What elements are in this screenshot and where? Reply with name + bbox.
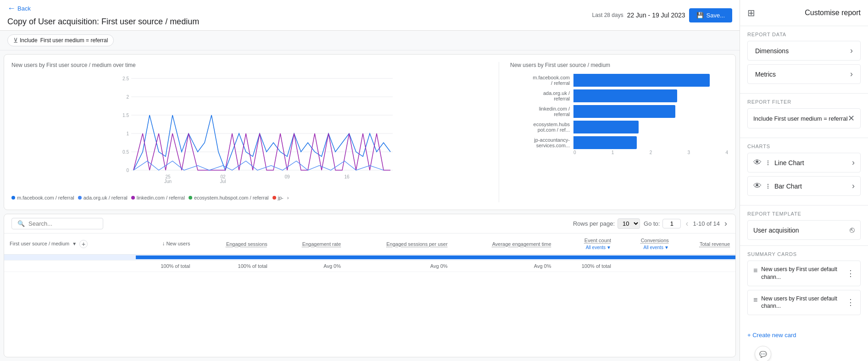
date-range-section: Last 28 days 22 Jun - 19 Jul 2023 💾 Save…	[592, 8, 732, 22]
legend-label-jp: jp-	[278, 195, 284, 200]
col-header-engaged-sessions: Engaged sessions	[195, 233, 273, 255]
svg-text:Jun: Jun	[164, 179, 172, 184]
back-button[interactable]: ← Back	[7, 4, 199, 13]
summary-dim	[4, 255, 136, 261]
conversions-dropdown[interactable]: All events ▼	[644, 244, 669, 250]
rows-per-page-label: Rows per page:	[573, 220, 615, 227]
line-chart-chevron-icon: ›	[852, 158, 855, 167]
summary-card-text-0: New users by First user default chann...	[761, 266, 846, 281]
bar-row-0: m.facebook.com/ referral	[510, 74, 728, 87]
summary-card-1: ≡ New users by First user default chann.…	[747, 290, 861, 316]
legend-item-ecosystem: ecosystem.hubspot.com / referral	[189, 195, 269, 200]
legend-more-button[interactable]: ›	[287, 195, 289, 200]
summary-card-menu-1[interactable]: ⋮	[846, 297, 855, 307]
pct-avg-time: Avg 0%	[453, 261, 557, 272]
col-header-conversions: Conversions All events ▼	[617, 233, 674, 255]
prev-page-button[interactable]: ‹	[684, 218, 689, 229]
filter-panel-text: Include First user medium = referral	[753, 115, 848, 122]
add-card-label: + Create new card	[747, 332, 796, 339]
summary-cards-section: SUMMARY CARDS ≡ New users by First user …	[740, 245, 868, 324]
summary-card-menu-0[interactable]: ⋮	[846, 268, 855, 278]
goto-input[interactable]	[662, 219, 681, 228]
axis-3: 3	[688, 150, 690, 155]
svg-text:0: 0	[126, 168, 129, 173]
axis-1: 1	[612, 150, 614, 155]
col-header-dimension: First user source / medium ▼ +	[4, 233, 136, 255]
filter-bar: ⊻ Include First user medium = referral	[0, 31, 740, 50]
eye-icon-line: 👁	[753, 158, 762, 167]
svg-text:1.5: 1.5	[122, 113, 129, 118]
legend-dot-ecosystem	[189, 196, 192, 200]
legend-item-linkedin: linkedin.com / referral	[131, 195, 185, 200]
card-lines-icon-0: ≡	[753, 267, 757, 275]
bar-track-4	[573, 136, 728, 149]
dimensions-chevron-icon: ›	[850, 46, 853, 56]
pct-new-users: 100% of total	[136, 261, 195, 272]
template-item: User acquisition ⎋	[747, 220, 861, 240]
search-icon: 🔍	[17, 220, 25, 227]
add-card-button[interactable]: + Create new card	[747, 328, 796, 342]
legend-dot-jp	[273, 196, 276, 200]
table-scroll: First user source / medium ▼ + ↓ New use…	[4, 233, 735, 357]
axis-2: 2	[650, 150, 652, 155]
save-label: Save...	[707, 12, 725, 19]
message-button[interactable]: 💬	[755, 346, 771, 361]
card-lines-icon-1: ≡	[753, 296, 757, 304]
line-chart-svg: 2.5 2 1.5 1 0.5 0 25 Jun 02 Jul 09 16	[11, 74, 499, 184]
bar-chart-panel-item[interactable]: 👁 ⫶ Bar Chart ›	[747, 176, 861, 196]
col-header-total-revenue: Total revenue	[674, 233, 735, 255]
charts-title: CHARTS	[747, 144, 861, 149]
dimensions-item[interactable]: Dimensions ›	[747, 41, 861, 61]
metrics-item[interactable]: Metrics ›	[747, 64, 861, 84]
dimensions-label: Dimensions	[755, 47, 789, 55]
line-chart-panel-item[interactable]: 👁 ⫶ Line Chart ›	[747, 153, 861, 172]
report-filter-title: REPORT FILTER	[747, 99, 861, 105]
legend-dot-facebook	[11, 196, 15, 200]
bar-chart-container: m.facebook.com/ referral ada.org.uk /ref…	[510, 74, 728, 149]
search-box[interactable]: 🔍	[11, 218, 103, 229]
save-button[interactable]: 💾 Save...	[689, 8, 732, 22]
bar-row-2: linkedin.com /referral	[510, 105, 728, 118]
next-page-button[interactable]: ›	[723, 218, 728, 229]
template-share-icon: ⎋	[850, 225, 855, 235]
bar-chart-area: m.facebook.com/ referral ada.org.uk /ref…	[510, 74, 728, 155]
legend-label-linkedin: linkedin.com / referral	[137, 195, 185, 200]
bar-row-3: ecosystem.hubspot.com / ref...	[510, 121, 728, 133]
table-section: 🔍 Rows per page: 10 25 50 Go to: ‹	[4, 214, 736, 357]
summary-card-left-1: ≡ New users by First user default chann.…	[753, 295, 846, 311]
filter-panel-item: Include First user medium = referral ✕	[747, 108, 861, 128]
rows-per-page-select[interactable]: 10 25 50	[618, 218, 640, 229]
table-header-row: First user source / medium ▼ + ↓ New use…	[4, 233, 735, 255]
search-input[interactable]	[28, 220, 97, 227]
line-chart-type-icon: ⫶	[766, 159, 770, 167]
summary-card-left-0: ≡ New users by First user default chann.…	[753, 266, 846, 281]
pct-events: 100% of total	[557, 261, 617, 272]
remove-filter-button[interactable]: ✕	[848, 113, 855, 123]
template-section: REPORT TEMPLATE User acquisition ⎋	[740, 205, 868, 245]
panel-title: Customise report	[805, 9, 861, 17]
date-prefix: Last 28 days	[592, 12, 623, 18]
template-title: REPORT TEMPLATE	[747, 211, 861, 217]
line-chart-title: New users by First user source / medium …	[11, 62, 499, 68]
bar-chart-chevron-icon: ›	[852, 181, 855, 191]
event-count-dropdown[interactable]: All events ▼	[586, 244, 611, 250]
summary-bar-cell	[136, 255, 735, 261]
charts-section: CHARTS 👁 ⫶ Line Chart › 👁 ⫶ Bar Chart ›	[740, 138, 868, 205]
add-card-section: + Create new card	[740, 324, 868, 350]
filter-chip[interactable]: ⊻ Include First user medium = referral	[7, 34, 114, 46]
col-header-engaged-per-user: Engaged sessions per user	[346, 233, 453, 255]
svg-text:2.5: 2.5	[122, 76, 129, 81]
pct-per-user: Avg 0%	[346, 261, 453, 272]
report-filter-section: REPORT FILTER Include First user medium …	[740, 93, 868, 138]
summary-card-0: ≡ New users by First user default chann.…	[747, 261, 861, 286]
add-dimension-button[interactable]: +	[79, 240, 88, 248]
bar-label-3: ecosystem.hubspot.com / ref...	[510, 122, 570, 133]
goto: Go to:	[644, 219, 681, 228]
pct-rev	[674, 261, 735, 272]
bar-fill-4	[573, 136, 637, 149]
col-header-new-users: ↓ New users	[136, 233, 195, 255]
axis-4: 4	[725, 150, 728, 155]
col-dimension-dropdown[interactable]: ▼	[72, 241, 77, 247]
table-row-pct: 100% of total 100% of total Avg 0% Avg 0…	[4, 261, 735, 272]
summary-card-text-1: New users by First user default chann...	[761, 295, 846, 311]
